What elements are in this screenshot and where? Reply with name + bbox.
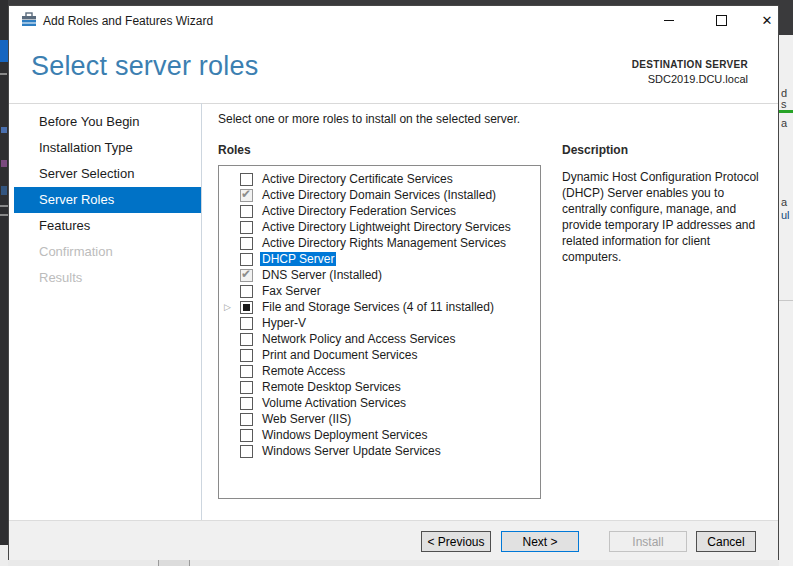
role-row-fax-server[interactable]: Fax Server bbox=[219, 283, 540, 299]
sidebar-item-features[interactable]: Features bbox=[14, 213, 201, 239]
maximize-button[interactable] bbox=[699, 6, 743, 34]
role-row-volume-activation-services[interactable]: Volume Activation Services bbox=[219, 395, 540, 411]
role-row-file-and-storage-services-4-of-11-installed[interactable]: ▷File and Storage Services (4 of 11 inst… bbox=[219, 299, 540, 315]
role-label[interactable]: Hyper-V bbox=[262, 316, 306, 330]
role-row-windows-server-update-services[interactable]: Windows Server Update Services bbox=[219, 443, 540, 459]
role-row-remote-desktop-services[interactable]: Remote Desktop Services bbox=[219, 379, 540, 395]
checkbox-active-directory-rights-management-services[interactable] bbox=[240, 237, 253, 250]
role-row-active-directory-domain-services-installed[interactable]: Active Directory Domain Services (Instal… bbox=[219, 187, 540, 203]
background-app-right-strip: dsaaul bbox=[779, 0, 793, 566]
role-row-active-directory-rights-management-services[interactable]: Active Directory Rights Management Servi… bbox=[219, 235, 540, 251]
checkbox-volume-activation-services[interactable] bbox=[240, 397, 253, 410]
background-app-bottom-strip bbox=[8, 560, 779, 566]
sidebar-item-results: Results bbox=[14, 265, 201, 291]
role-row-dns-server-installed[interactable]: DNS Server (Installed) bbox=[219, 267, 540, 283]
role-row-active-directory-federation-services[interactable]: Active Directory Federation Services bbox=[219, 203, 540, 219]
background-fragment bbox=[0, 73, 7, 75]
role-row-active-directory-certificate-services[interactable]: Active Directory Certificate Services bbox=[219, 171, 540, 187]
background-fragment bbox=[0, 205, 8, 207]
description-text: Dynamic Host Configuration Protocol (DHC… bbox=[562, 169, 767, 265]
checkbox-web-server-iis[interactable] bbox=[240, 413, 253, 426]
window-title: Add Roles and Features Wizard bbox=[43, 14, 213, 28]
checkbox-hyper-v[interactable] bbox=[240, 317, 253, 330]
install-button: Install bbox=[609, 531, 687, 552]
checkbox-remote-access[interactable] bbox=[240, 365, 253, 378]
role-label[interactable]: Active Directory Rights Management Servi… bbox=[262, 236, 506, 250]
role-row-hyper-v[interactable]: Hyper-V bbox=[219, 315, 540, 331]
checkbox-dhcp-server[interactable] bbox=[240, 253, 253, 266]
checkbox-dns-server-installed[interactable] bbox=[240, 269, 253, 282]
checkbox-active-directory-certificate-services[interactable] bbox=[240, 173, 253, 186]
roles-listbox[interactable]: Active Directory Certificate ServicesAct… bbox=[218, 165, 541, 499]
role-label[interactable]: Network Policy and Access Services bbox=[262, 332, 455, 346]
destination-server-block: DESTINATION SERVER SDC2019.DCU.local bbox=[632, 59, 748, 85]
role-row-windows-deployment-services[interactable]: Windows Deployment Services bbox=[219, 427, 540, 443]
role-row-active-directory-lightweight-directory-services[interactable]: Active Directory Lightweight Directory S… bbox=[219, 219, 540, 235]
minimize-button[interactable] bbox=[647, 6, 691, 34]
background-fragment bbox=[158, 560, 190, 566]
role-label[interactable]: Web Server (IIS) bbox=[262, 412, 351, 426]
titlebar[interactable]: Add Roles and Features Wizard ✕ bbox=[9, 6, 778, 34]
checkbox-file-and-storage-services-4-of-11-installed[interactable] bbox=[240, 301, 253, 314]
role-label[interactable]: Remote Desktop Services bbox=[262, 380, 401, 394]
checkbox-print-and-document-services[interactable] bbox=[240, 349, 253, 362]
role-label[interactable]: Windows Deployment Services bbox=[262, 428, 427, 442]
page-title: Select server roles bbox=[31, 51, 258, 82]
cancel-button[interactable]: Cancel bbox=[696, 531, 756, 552]
wizard-steps-sidebar: Before You BeginInstallation TypeServer … bbox=[14, 109, 201, 291]
role-label[interactable]: DHCP Server bbox=[260, 252, 336, 266]
add-roles-wizard-dialog: Add Roles and Features Wizard ✕ Select s… bbox=[8, 5, 779, 560]
close-icon: ✕ bbox=[762, 13, 773, 28]
wizard-icon bbox=[21, 12, 37, 28]
sidebar-item-server-roles[interactable]: Server Roles bbox=[14, 187, 201, 213]
sidebar-item-server-selection[interactable]: Server Selection bbox=[14, 161, 201, 187]
maximize-icon bbox=[716, 15, 727, 26]
role-row-remote-access[interactable]: Remote Access bbox=[219, 363, 540, 379]
roles-heading: Roles bbox=[218, 143, 251, 157]
checkbox-remote-desktop-services[interactable] bbox=[240, 381, 253, 394]
role-label[interactable]: Active Directory Federation Services bbox=[262, 204, 456, 218]
role-label[interactable]: File and Storage Services (4 of 11 insta… bbox=[262, 300, 494, 314]
background-text-fragment: ul bbox=[781, 210, 790, 221]
background-text-fragment: a bbox=[781, 118, 787, 129]
checkbox-active-directory-domain-services-installed[interactable] bbox=[240, 189, 253, 202]
sidebar-item-before-you-begin[interactable]: Before You Begin bbox=[14, 109, 201, 135]
role-label[interactable]: Volume Activation Services bbox=[262, 396, 406, 410]
description-heading: Description bbox=[562, 143, 628, 157]
role-label[interactable]: Print and Document Services bbox=[262, 348, 417, 362]
checkbox-fax-server[interactable] bbox=[240, 285, 253, 298]
background-divider bbox=[779, 300, 793, 301]
next-button[interactable]: Next > bbox=[501, 531, 579, 552]
role-label[interactable]: Active Directory Lightweight Directory S… bbox=[262, 220, 511, 234]
background-green-accent bbox=[779, 110, 793, 113]
background-app-corner bbox=[0, 545, 8, 566]
role-row-print-and-document-services[interactable]: Print and Document Services bbox=[219, 347, 540, 363]
header-divider bbox=[9, 103, 778, 104]
role-label[interactable]: Remote Access bbox=[262, 364, 345, 378]
instruction-text: Select one or more roles to install on t… bbox=[218, 112, 520, 126]
checkbox-windows-server-update-services[interactable] bbox=[240, 445, 253, 458]
sidebar-item-installation-type[interactable]: Installation Type bbox=[14, 135, 201, 161]
background-fragment bbox=[1, 127, 7, 133]
role-row-dhcp-server[interactable]: DHCP Server bbox=[219, 251, 540, 267]
role-label[interactable]: Active Directory Certificate Services bbox=[262, 172, 453, 186]
background-fragment bbox=[0, 214, 8, 216]
role-label[interactable]: DNS Server (Installed) bbox=[262, 268, 382, 282]
expand-arrow-icon[interactable]: ▷ bbox=[224, 300, 231, 314]
role-label[interactable]: Windows Server Update Services bbox=[262, 444, 441, 458]
role-row-network-policy-and-access-services[interactable]: Network Policy and Access Services bbox=[219, 331, 540, 347]
close-button[interactable]: ✕ bbox=[745, 6, 789, 34]
background-text-fragment: s bbox=[781, 99, 787, 110]
role-row-web-server-iis[interactable]: Web Server (IIS) bbox=[219, 411, 540, 427]
checkbox-windows-deployment-services[interactable] bbox=[240, 429, 253, 442]
destination-server-name: SDC2019.DCU.local bbox=[632, 73, 748, 85]
minimize-icon bbox=[664, 20, 674, 21]
previous-button[interactable]: < Previous bbox=[421, 531, 491, 552]
checkbox-active-directory-lightweight-directory-services[interactable] bbox=[240, 221, 253, 234]
background-fragment bbox=[0, 40, 8, 62]
role-label[interactable]: Fax Server bbox=[262, 284, 321, 298]
checkbox-active-directory-federation-services[interactable] bbox=[240, 205, 253, 218]
background-text-fragment: a bbox=[781, 197, 787, 208]
checkbox-network-policy-and-access-services[interactable] bbox=[240, 333, 253, 346]
role-label[interactable]: Active Directory Domain Services (Instal… bbox=[262, 188, 496, 202]
